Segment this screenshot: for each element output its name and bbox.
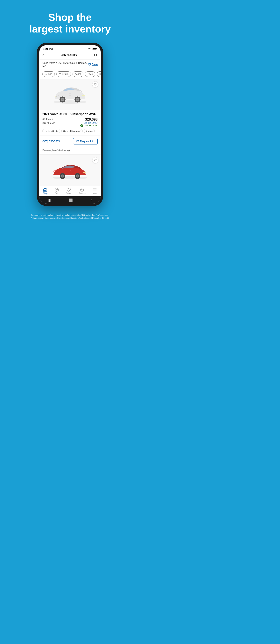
nav-sell[interactable]: Sell [55,188,59,194]
phone-device: 4:21 PM [37,43,103,206]
heart-outline-icon [88,63,91,66]
car1-details: 2021 Volvo XC60 T5 Inscription AWD 69,45… [39,110,101,136]
more-icon [93,188,97,192]
years-label: Years [75,73,81,76]
request-info-button[interactable]: Request info [73,138,98,144]
status-bar: 4:21 PM [39,45,101,51]
status-icons [88,48,97,50]
filters-icon [59,73,61,75]
back-gesture-icon: ||| [48,198,50,202]
svg-point-16 [77,99,78,100]
nav-more-label: More [93,192,97,194]
nav-more[interactable]: More [93,188,97,194]
filters-pill[interactable]: Filters [56,71,71,77]
distance-label: Distance [99,73,101,76]
car1-mileage: 69,454 mi [42,118,55,121]
nav-shop-label: Shop [43,192,47,194]
sort-icon [45,73,47,75]
search-description-bar: Used Volvo XC60 T5 for sale in Boston, M… [39,60,101,70]
car1-monthly: Est. $391/mo.* [80,122,98,124]
home-gesture-icon: ⬜ [69,198,73,202]
car1-favorite-button[interactable] [92,81,98,88]
car1-engine: 316 hp 2L I4 [42,121,55,125]
sort-label: Sort [48,73,52,76]
svg-point-18 [82,95,85,96]
feature-more[interactable]: + more [84,129,95,133]
feature-sunroof: Sunroof/Moonroof [61,129,83,133]
results-count: 286 results [61,54,77,57]
car1-features: Leather Seats Sunroof/Moonroof + more [42,129,98,133]
years-pill[interactable]: Years [72,71,84,77]
svg-point-27 [77,176,78,176]
nav-saved[interactable]: Saved [66,188,71,194]
heart-icon [94,83,97,86]
car2-favorite-button[interactable] [92,157,98,163]
car1-phone-link[interactable]: (555) 555-5555 [42,140,60,143]
svg-rect-2 [96,48,97,49]
distance-pill[interactable]: Distance [97,71,101,77]
car1-image-container [39,79,101,110]
svg-point-30 [44,190,45,191]
svg-point-10 [53,100,86,104]
disclaimer-text: Compared to major online automotive mark… [25,210,115,227]
svg-point-21 [52,176,88,179]
svg-point-24 [62,176,63,176]
car1-actions-row: (555) 555-5555 Request info [39,136,101,147]
app-header: ‹ 286 results [39,51,101,60]
svg-point-13 [62,99,63,100]
recents-gesture-icon: ‹ [90,198,92,202]
nav-finance[interactable]: $ Finance [78,188,86,194]
back-button[interactable]: ‹ [42,53,44,58]
saved-icon [66,188,71,192]
svg-text:$: $ [82,188,82,190]
car1-info-row: 69,454 mi 316 hp 2L I4 $26,098 Est. $391… [42,118,98,127]
hero-line2: largest inventory [29,23,111,34]
car2-image-container [39,155,101,186]
car-listing-2 [39,155,101,186]
car2-image [46,159,94,182]
car1-deal-badge: ▲ GREAT DEAL [80,124,98,127]
request-info-label: Request info [80,140,94,143]
car1-price-section: $26,098 Est. $391/mo.* ▲ GREAT DEAL [80,118,98,127]
phone-screen: 4:21 PM [39,45,101,204]
car-listing-1: 2021 Volvo XC60 T5 Inscription AWD 69,45… [39,79,101,155]
envelope-icon [76,140,79,142]
shop-icon [43,188,47,192]
search-query-text: Used Volvo XC60 T5 for sale in Boston, M… [42,62,88,67]
filters-label: Filters [62,73,68,76]
car1-image [47,82,93,107]
nav-saved-label: Saved [66,192,71,194]
svg-point-28 [84,172,86,173]
car1-location: Danvers, MA (14 mi away) [39,147,101,154]
save-label: Save [92,63,98,66]
sell-icon [55,188,59,192]
nav-shop[interactable]: Shop [43,188,47,194]
price-pill[interactable]: Price [85,71,95,77]
svg-point-31 [45,190,46,191]
gesture-bar: ||| ⬜ ‹ [39,196,101,204]
search-button[interactable] [94,53,98,57]
filter-pills-row: Sort Filters Years Price Di [39,70,101,79]
feature-leather: Leather Seats [42,129,60,133]
svg-point-3 [94,54,97,56]
nav-finance-label: Finance [78,192,86,194]
save-search-button[interactable]: Save [88,63,98,66]
svg-line-4 [96,56,98,57]
car1-specs: 69,454 mi 316 hp 2L I4 [42,118,55,125]
car1-title: 2021 Volvo XC60 T5 Inscription AWD [42,112,98,116]
hero-title: Shop the largest inventory [22,0,118,43]
finance-icon: $ [80,188,84,192]
nav-sell-label: Sell [55,192,58,194]
bottom-navigation: Shop Sell Saved [39,186,101,196]
hero-section: Shop the largest inventory [22,0,118,43]
battery-icon [92,48,97,50]
wifi-icon [88,48,92,50]
status-time: 4:21 PM [43,48,53,50]
price-label: Price [88,73,93,76]
deal-label: GREAT DEAL [84,124,98,127]
sort-pill[interactable]: Sort [42,71,55,77]
hero-line1: Shop the [48,12,92,23]
car1-price: $26,098 [80,118,98,122]
deal-icon: ▲ [80,124,83,127]
svg-rect-1 [93,48,96,50]
